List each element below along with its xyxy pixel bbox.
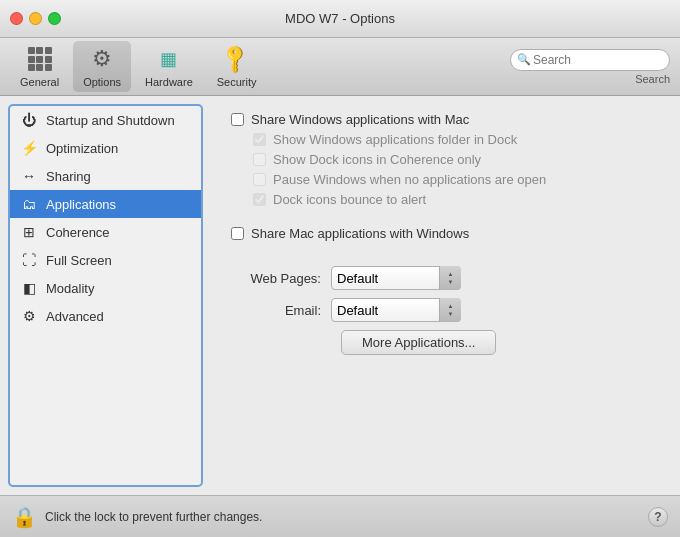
bounce-icons-checkbox[interactable] xyxy=(253,193,266,206)
general-icon xyxy=(26,45,54,73)
startup-icon: ⏻ xyxy=(20,111,38,129)
email-select[interactable]: Default xyxy=(331,298,461,322)
hardware-label: Hardware xyxy=(145,76,193,88)
advanced-icon: ⚙ xyxy=(20,307,38,325)
toolbar-general[interactable]: General xyxy=(10,41,69,92)
search-label: Search xyxy=(635,73,670,85)
sidebar-item-applications-label: Applications xyxy=(46,197,116,212)
toolbar-hardware[interactable]: ▦ Hardware xyxy=(135,41,203,92)
share-mac-label: Share Mac applications with Windows xyxy=(251,226,469,241)
sidebar-item-coherence-label: Coherence xyxy=(46,225,110,240)
maximize-button[interactable] xyxy=(48,12,61,25)
sub-option-3: Dock icons bounce to alert xyxy=(253,192,660,207)
sidebar-item-optimization-label: Optimization xyxy=(46,141,118,156)
right-panel: Share Windows applications with Mac Show… xyxy=(211,96,680,495)
sidebar-item-advanced-label: Advanced xyxy=(46,309,104,324)
web-pages-select-wrap: Default xyxy=(331,266,461,290)
toolbar-buttons: General ⚙ Options ▦ Hardware 🔑 Security xyxy=(10,41,267,92)
coherence-only-label: Show Dock icons in Coherence only xyxy=(273,152,481,167)
web-pages-row: Web Pages: Default xyxy=(231,266,660,290)
applications-icon: 🗂 xyxy=(20,195,38,213)
sidebar-item-sharing-label: Sharing xyxy=(46,169,91,184)
search-icon: 🔍 xyxy=(517,53,531,66)
bottom-left: 🔒 Click the lock to prevent further chan… xyxy=(12,505,262,529)
search-input[interactable] xyxy=(510,49,670,71)
sharing-icon: ↔ xyxy=(20,167,38,185)
more-apps-row: More Applications... xyxy=(231,330,660,355)
toolbar: General ⚙ Options ▦ Hardware 🔑 Security … xyxy=(0,38,680,96)
sidebar-item-modality-label: Modality xyxy=(46,281,94,296)
toolbar-options[interactable]: ⚙ Options xyxy=(73,41,131,92)
more-applications-button[interactable]: More Applications... xyxy=(341,330,496,355)
share-windows-label: Share Windows applications with Mac xyxy=(251,112,469,127)
sidebar: ⏻ Startup and Shutdown ⚡ Optimization ↔ … xyxy=(8,104,203,487)
share-windows-checkbox[interactable] xyxy=(231,113,244,126)
email-select-wrap: Default xyxy=(331,298,461,322)
sidebar-item-modality[interactable]: ◧ Modality xyxy=(10,274,201,302)
web-pages-label: Web Pages: xyxy=(231,271,321,286)
window-title: MDO W7 - Options xyxy=(285,11,395,26)
security-icon: 🔑 xyxy=(217,39,257,79)
sidebar-item-startup[interactable]: ⏻ Startup and Shutdown xyxy=(10,106,201,134)
share-windows-row: Share Windows applications with Mac xyxy=(231,112,660,127)
options-icon: ⚙ xyxy=(88,45,116,73)
show-folder-label: Show Windows applications folder in Dock xyxy=(273,132,517,147)
lock-icon[interactable]: 🔒 xyxy=(12,505,37,529)
sidebar-item-coherence[interactable]: ⊞ Coherence xyxy=(10,218,201,246)
pause-windows-checkbox[interactable] xyxy=(253,173,266,186)
share-mac-checkbox[interactable] xyxy=(231,227,244,240)
share-mac-section: Share Mac applications with Windows xyxy=(231,226,660,246)
modality-icon: ◧ xyxy=(20,279,38,297)
share-windows-section: Share Windows applications with Mac Show… xyxy=(231,112,660,212)
close-button[interactable] xyxy=(10,12,23,25)
sidebar-item-fullscreen[interactable]: ⛶ Full Screen xyxy=(10,246,201,274)
minimize-button[interactable] xyxy=(29,12,42,25)
sidebar-item-fullscreen-label: Full Screen xyxy=(46,253,112,268)
options-label: Options xyxy=(83,76,121,88)
hardware-icon: ▦ xyxy=(155,45,183,73)
email-label: Email: xyxy=(231,303,321,318)
sub-option-0: Show Windows applications folder in Dock xyxy=(253,132,660,147)
bounce-icons-label: Dock icons bounce to alert xyxy=(273,192,426,207)
fullscreen-icon: ⛶ xyxy=(20,251,38,269)
sidebar-item-startup-label: Startup and Shutdown xyxy=(46,113,175,128)
search-area: 🔍 Search xyxy=(510,49,670,85)
forms-area: Web Pages: Default Email: Default xyxy=(231,266,660,363)
sidebar-item-optimization[interactable]: ⚡ Optimization xyxy=(10,134,201,162)
bottom-bar: 🔒 Click the lock to prevent further chan… xyxy=(0,495,680,537)
sidebar-item-advanced[interactable]: ⚙ Advanced xyxy=(10,302,201,330)
bottom-text: Click the lock to prevent further change… xyxy=(45,510,262,524)
show-folder-checkbox[interactable] xyxy=(253,133,266,146)
title-bar: MDO W7 - Options xyxy=(0,0,680,38)
toolbar-security[interactable]: 🔑 Security xyxy=(207,41,267,92)
optimization-icon: ⚡ xyxy=(20,139,38,157)
help-button[interactable]: ? xyxy=(648,507,668,527)
search-input-wrap: 🔍 xyxy=(510,49,670,71)
coherence-icon: ⊞ xyxy=(20,223,38,241)
web-pages-select[interactable]: Default xyxy=(331,266,461,290)
main-content: ⏻ Startup and Shutdown ⚡ Optimization ↔ … xyxy=(0,96,680,495)
sidebar-item-sharing[interactable]: ↔ Sharing xyxy=(10,162,201,190)
sub-option-2: Pause Windows when no applications are o… xyxy=(253,172,660,187)
sub-option-1: Show Dock icons in Coherence only xyxy=(253,152,660,167)
general-label: General xyxy=(20,76,59,88)
coherence-only-checkbox[interactable] xyxy=(253,153,266,166)
share-mac-row: Share Mac applications with Windows xyxy=(231,226,660,241)
email-row: Email: Default xyxy=(231,298,660,322)
traffic-lights xyxy=(10,12,61,25)
sidebar-item-applications[interactable]: 🗂 Applications xyxy=(10,190,201,218)
pause-windows-label: Pause Windows when no applications are o… xyxy=(273,172,546,187)
